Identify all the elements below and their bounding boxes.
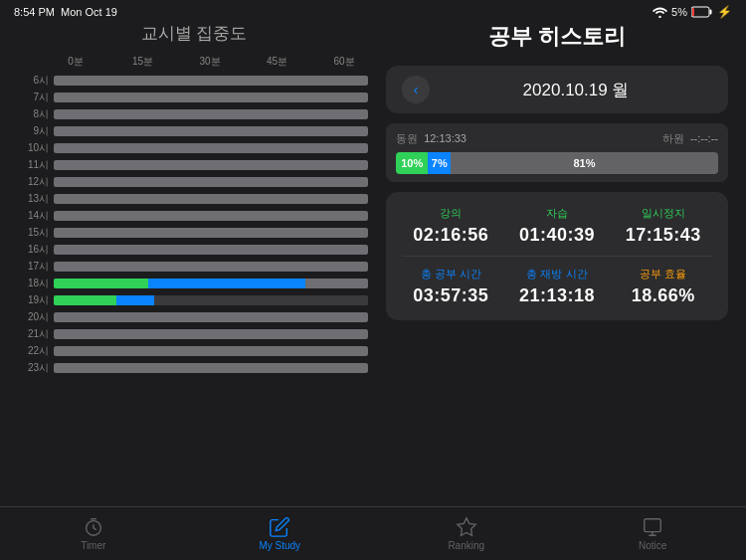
bar-label: 19시: [20, 293, 54, 307]
progress-bar: 10% 7% 81%: [396, 152, 718, 174]
stats-grid: 강의 02:16:56 자습 01:40:39 일시정지 17:15:43: [402, 206, 712, 246]
stat-replay-label: 총 재방 시간: [526, 267, 587, 281]
progress-section: 동원 12:13:33 하원 --:--:-- 10% 7% 81%: [386, 123, 728, 182]
right-panel: 공부 히스토리 ‹ 2020.10.19 월 동원 12:13:33 하원 --…: [378, 22, 736, 506]
stats-divider: [402, 256, 712, 257]
stat-self-label: 자습: [546, 206, 568, 221]
stat-pause-value: 17:15:43: [626, 225, 701, 246]
main-content: 교시별 집중도 0분 15분 30분 45분 60분 6시7시8시9시10시11…: [0, 22, 746, 506]
bar-row: 13시: [20, 191, 368, 207]
tab-bar: Timer My Study Ranking Notice: [0, 506, 746, 560]
bar-row: 14시: [20, 208, 368, 224]
date-text: 2020.10.19 월: [440, 79, 712, 101]
pb-seg-gray: 81%: [451, 152, 718, 174]
stat-self-value: 01:40:39: [519, 225, 595, 246]
tab-notice[interactable]: Notice: [603, 516, 702, 551]
left-panel: 교시별 집중도 0분 15분 30분 45분 60분 6시7시8시9시10시11…: [10, 22, 378, 506]
status-time: 8:54 PM Mon Oct 19: [14, 6, 117, 18]
stat-total-study: 총 공부 시간 03:57:35: [402, 267, 500, 306]
x-label-1: 15분: [123, 55, 163, 69]
chart-x-labels: 0분 15분 30분 45분 60분: [56, 55, 368, 69]
bar-row: 10시: [20, 140, 368, 156]
status-bar: 8:54 PM Mon Oct 19 5% ⚡: [0, 0, 746, 22]
hawon-time: --:--:--: [690, 132, 718, 144]
bar-track: [54, 177, 368, 187]
bar-track: [54, 194, 368, 204]
bar-row: 22시: [20, 343, 368, 359]
x-label-4: 60분: [324, 55, 364, 69]
bar-track: [54, 211, 368, 221]
x-label-0: 0분: [56, 55, 95, 69]
ranking-icon: [456, 516, 477, 538]
wifi-icon: [653, 7, 667, 18]
tab-ranking-label: Ranking: [448, 540, 484, 551]
tab-timer[interactable]: Timer: [44, 516, 143, 551]
svg-rect-5: [645, 519, 661, 532]
pb-seg-teal: 10%: [396, 152, 428, 174]
bar-label: 23시: [20, 361, 54, 375]
stat-replay-value: 21:13:18: [519, 285, 595, 306]
bar-label: 17시: [20, 260, 54, 274]
stat-efficiency: 공부 효율 18.66%: [614, 267, 712, 306]
bar-track: [54, 93, 368, 102]
bar-label: 15시: [20, 226, 54, 240]
x-label-3: 45분: [258, 55, 297, 69]
bar-label: 21시: [20, 327, 54, 341]
tab-my-study[interactable]: My Study: [230, 516, 329, 551]
progress-left-label: 동원 12:13:33: [396, 131, 466, 146]
bar-track: [54, 126, 368, 136]
date-nav: ‹ 2020.10.19 월: [386, 66, 728, 113]
bar-label: 18시: [20, 277, 54, 290]
bar-label: 10시: [20, 141, 54, 155]
bar-track: [54, 160, 368, 170]
bar-row: 21시: [20, 326, 368, 342]
prev-date-button[interactable]: ‹: [402, 76, 430, 103]
bar-track: [54, 346, 368, 356]
tab-notice-label: Notice: [639, 540, 666, 551]
stat-lecture-label: 강의: [440, 206, 462, 221]
bar-track: [54, 363, 368, 373]
bar-track: [54, 329, 368, 339]
stats-card: 강의 02:16:56 자습 01:40:39 일시정지 17:15:43 총 …: [386, 192, 728, 320]
bar-track: [54, 279, 368, 288]
stat-pause: 일시정지 17:15:43: [614, 206, 712, 246]
hawon-label: 하원: [662, 132, 684, 144]
stat-replay: 총 재방 시간 21:13:18: [508, 267, 607, 306]
bar-row: 15시: [20, 225, 368, 241]
bar-track: [54, 262, 368, 272]
bar-label: 22시: [20, 344, 54, 358]
progress-right-label: 하원 --:--:--: [662, 131, 718, 146]
bar-label: 8시: [20, 107, 54, 121]
stat-total-study-value: 03:57:35: [413, 285, 488, 306]
bar-track: [54, 312, 368, 322]
bar-label: 7시: [20, 91, 54, 104]
bar-label: 20시: [20, 310, 54, 324]
left-title: 교시별 집중도: [20, 22, 368, 45]
bar-label: 12시: [20, 175, 54, 189]
svg-rect-3: [692, 8, 694, 16]
bar-track: [54, 295, 368, 305]
bar-row: 18시: [20, 276, 368, 291]
bar-row: 20시: [20, 309, 368, 325]
timer-icon: [83, 516, 104, 538]
bar-track: [54, 228, 368, 238]
bar-chart: 6시7시8시9시10시11시12시13시14시15시16시17시18시19시20…: [20, 73, 368, 376]
stat-self: 자습 01:40:39: [508, 206, 607, 246]
stat-lecture-value: 02:16:56: [413, 225, 488, 246]
bar-row: 6시: [20, 73, 368, 89]
svg-point-0: [658, 15, 660, 17]
tab-ranking[interactable]: Ranking: [417, 516, 516, 551]
progress-meta: 동원 12:13:33 하원 --:--:--: [396, 131, 718, 146]
bar-row: 11시: [20, 157, 368, 173]
bar-label: 9시: [20, 124, 54, 138]
bar-label: 16시: [20, 243, 54, 257]
bar-label: 6시: [20, 74, 54, 88]
bar-row: 12시: [20, 174, 368, 190]
bar-label: 14시: [20, 209, 54, 223]
stat-total-study-label: 총 공부 시간: [421, 267, 481, 281]
my-study-icon: [269, 516, 290, 538]
svg-rect-2: [710, 10, 712, 15]
bar-label: 13시: [20, 192, 54, 206]
stats-grid-2: 총 공부 시간 03:57:35 총 재방 시간 21:13:18 공부 효율 …: [402, 267, 712, 306]
right-title: 공부 히스토리: [386, 22, 728, 52]
